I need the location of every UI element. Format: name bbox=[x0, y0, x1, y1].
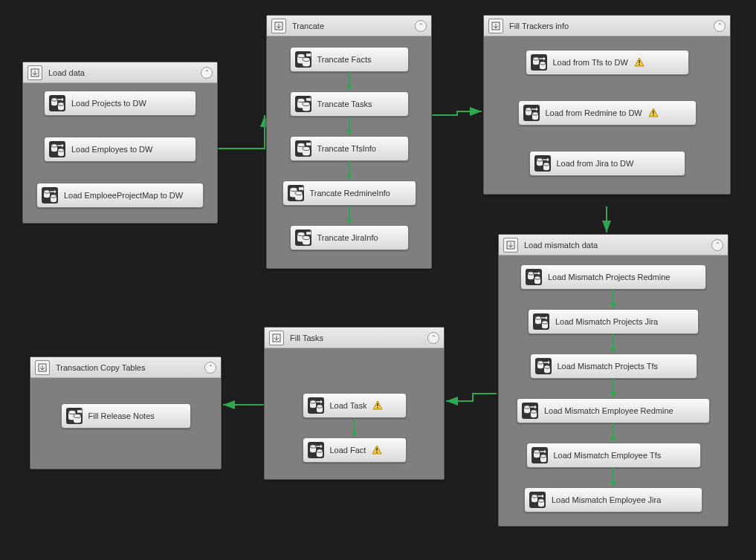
task-label: Fill Release Notes bbox=[88, 411, 155, 420]
collapse-button[interactable]: ⌃ bbox=[427, 332, 439, 344]
dataflow-icon bbox=[522, 403, 538, 419]
flow-arrow bbox=[349, 206, 350, 225]
task-mismatch-emp-redmine[interactable]: Load Mismatch Employee Redmine bbox=[517, 398, 710, 423]
container-header[interactable]: Fill Trackers info ⌃ bbox=[484, 16, 730, 36]
task-fill-release-notes[interactable]: Fill Release Notes bbox=[61, 403, 191, 429]
task-label: Load Employes to DW bbox=[71, 145, 152, 154]
task-mismatch-projects-jira[interactable]: Load Mismatch Projects Jira bbox=[528, 309, 699, 334]
task-label: Trancate Tasks bbox=[317, 100, 372, 108]
container-body: Load Task Load Fact bbox=[265, 348, 444, 479]
collapse-button[interactable]: ⌃ bbox=[415, 20, 427, 32]
warning-icon bbox=[634, 57, 644, 68]
dataflow-icon bbox=[532, 447, 548, 463]
sequence-icon bbox=[269, 331, 284, 345]
dataflow-icon bbox=[535, 358, 552, 374]
task-load-employes[interactable]: Load Employes to DW bbox=[44, 137, 196, 162]
task-mismatch-projects-redmine[interactable]: Load Mismatch Projects Redmine bbox=[520, 264, 706, 290]
task-label: Load Mismatch Projects Redmine bbox=[548, 273, 670, 281]
task-label: Load Mismatch Employee Tfs bbox=[554, 451, 662, 460]
task-load-from-redmine[interactable]: Load from Redmine to DW bbox=[518, 100, 697, 126]
task-label: Trancate TfsInfo bbox=[317, 144, 376, 153]
container-title: Load mismatch data bbox=[524, 241, 711, 250]
task-label: Load Mismatch Projects Tfs bbox=[558, 362, 659, 371]
task-label: Trancate JiraInfo bbox=[317, 233, 378, 242]
task-load-emploeeprojectmap[interactable]: Load EmploeeProjectMap to DW bbox=[36, 183, 204, 208]
dataflow-icon bbox=[49, 95, 65, 111]
sequence-icon bbox=[488, 19, 503, 33]
sequence-icon bbox=[503, 238, 518, 253]
task-load-from-tfs[interactable]: Load from Tfs to DW bbox=[526, 50, 689, 75]
dataflow-icon bbox=[42, 187, 58, 204]
container-fill-trackers[interactable]: Fill Trackers info ⌃ Load from Tfs to DW… bbox=[483, 15, 731, 195]
task-label: Trancate RedmineInfo bbox=[310, 189, 390, 198]
task-label: Load Mismatch Projects Jira bbox=[555, 317, 658, 326]
task-label: Trancate Facts bbox=[317, 55, 372, 64]
warning-icon bbox=[648, 108, 659, 118]
flow-arrow bbox=[354, 418, 355, 437]
task-trancate-jirainfo[interactable]: Trancate JiraInfo bbox=[290, 225, 409, 250]
container-title: Fill Tasks bbox=[290, 333, 427, 342]
sql-icon bbox=[295, 229, 311, 246]
task-label: Load Task bbox=[330, 401, 367, 410]
container-header[interactable]: Transaction Copy Tables ⌃ bbox=[30, 357, 221, 378]
task-label: Load from Redmine to DW bbox=[546, 108, 642, 117]
container-fill-tasks[interactable]: Fill Tasks ⌃ Load Task Load Fact bbox=[264, 327, 445, 480]
flow-arrow bbox=[613, 334, 614, 354]
dataflow-icon bbox=[534, 155, 551, 172]
task-label: Load Fact bbox=[330, 446, 366, 455]
container-transaction-copy[interactable]: Transaction Copy Tables ⌃ Fill Release N… bbox=[30, 356, 222, 469]
flow-arrow bbox=[613, 423, 614, 443]
warning-icon bbox=[372, 400, 383, 411]
dataflow-icon bbox=[308, 397, 324, 414]
task-trancate-redmineinfo[interactable]: Trancate RedmineInfo bbox=[282, 180, 416, 206]
container-body: Fill Release Notes bbox=[30, 378, 221, 469]
collapse-button[interactable]: ⌃ bbox=[711, 239, 723, 251]
container-header[interactable]: Trancate ⌃ bbox=[267, 16, 431, 36]
task-load-fact[interactable]: Load Fact bbox=[303, 437, 407, 463]
dataflow-icon bbox=[531, 54, 547, 71]
flow-arrow bbox=[349, 117, 350, 136]
dataflow-icon bbox=[523, 105, 540, 121]
dataflow-icon bbox=[49, 141, 65, 157]
task-label: Load from Jira to DW bbox=[557, 159, 634, 168]
task-mismatch-emp-jira[interactable]: Load Mismatch Employee Jira bbox=[524, 487, 702, 512]
flow-arrow bbox=[613, 290, 614, 309]
flow-arrow bbox=[349, 72, 350, 91]
collapse-button[interactable]: ⌃ bbox=[714, 20, 726, 32]
flow-arrow bbox=[613, 379, 614, 398]
task-label: Load EmploeeProjectMap to DW bbox=[64, 191, 183, 200]
task-label: Load Mismatch Employee Redmine bbox=[544, 406, 673, 415]
container-title: Fill Trackers info bbox=[509, 22, 714, 30]
container-trancate[interactable]: Trancate ⌃ Trancate Facts Trancate Tasks… bbox=[266, 15, 432, 269]
warning-icon bbox=[372, 445, 382, 455]
sequence-icon bbox=[28, 65, 42, 80]
container-body: Load Projects to DW Load Employes to DW … bbox=[23, 83, 217, 223]
task-load-task[interactable]: Load Task bbox=[303, 393, 407, 418]
dataflow-icon bbox=[529, 492, 546, 508]
container-load-data[interactable]: Load data ⌃ Load Projects to DW Load Emp… bbox=[22, 62, 218, 224]
sql-icon bbox=[66, 408, 83, 424]
task-trancate-tasks[interactable]: Trancate Tasks bbox=[290, 91, 409, 117]
container-header[interactable]: Fill Tasks ⌃ bbox=[265, 328, 444, 348]
flow-arrow bbox=[349, 161, 350, 180]
task-trancate-facts[interactable]: Trancate Facts bbox=[290, 47, 409, 72]
sequence-icon bbox=[35, 360, 50, 375]
task-load-from-jira[interactable]: Load from Jira to DW bbox=[529, 151, 685, 176]
container-title: Trancate bbox=[292, 22, 415, 30]
task-label: Load Projects to DW bbox=[71, 99, 146, 108]
task-mismatch-emp-tfs[interactable]: Load Mismatch Employee Tfs bbox=[526, 443, 701, 468]
container-header[interactable]: Load data ⌃ bbox=[23, 62, 217, 83]
container-body: Trancate Facts Trancate Tasks Trancate T… bbox=[267, 36, 431, 268]
task-mismatch-projects-tfs[interactable]: Load Mismatch Projects Tfs bbox=[530, 354, 697, 379]
sql-icon bbox=[288, 185, 304, 201]
container-body: Load Mismatch Projects Redmine Load Mism… bbox=[499, 255, 728, 526]
container-header[interactable]: Load mismatch data ⌃ bbox=[499, 235, 728, 255]
collapse-button[interactable]: ⌃ bbox=[201, 67, 213, 79]
flow-arrow bbox=[613, 468, 614, 487]
collapse-button[interactable]: ⌃ bbox=[204, 362, 216, 374]
task-trancate-tfsinfo[interactable]: Trancate TfsInfo bbox=[290, 136, 409, 161]
sql-icon bbox=[295, 140, 311, 157]
dataflow-icon bbox=[526, 269, 542, 285]
container-load-mismatch[interactable]: Load mismatch data ⌃ Load Mismatch Proje… bbox=[498, 234, 728, 527]
task-load-projects[interactable]: Load Projects to DW bbox=[44, 91, 196, 116]
